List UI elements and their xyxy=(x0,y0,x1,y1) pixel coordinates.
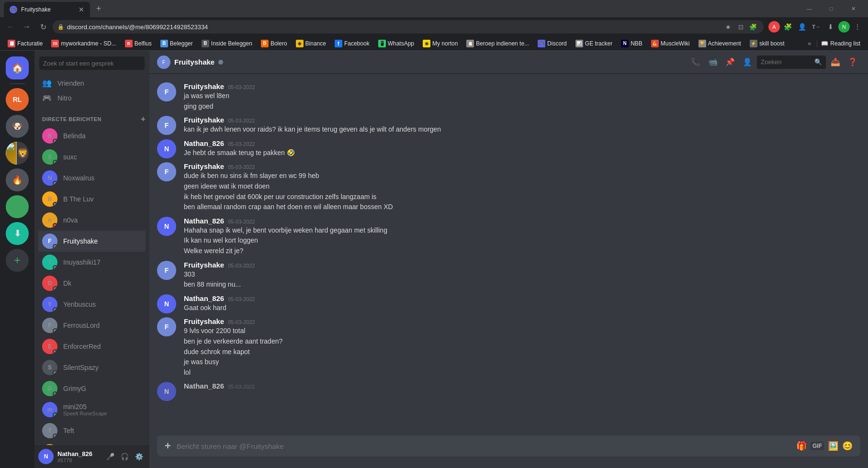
bookmark-facturatie[interactable]: 🧾 Facturatie xyxy=(4,38,46,49)
back-button[interactable]: ← xyxy=(4,20,17,33)
message-group: F Fruityshake 05-03-2022 ja was wel l8en… xyxy=(149,81,868,113)
active-tab[interactable]: 🎮 Fruityshake ✕ xyxy=(4,2,90,17)
chat-message-input[interactable] xyxy=(177,442,790,450)
server-icon-5[interactable]: ⬇ xyxy=(6,222,29,245)
bookmark-beroep[interactable]: 📋 Beroep indienen te... xyxy=(462,38,533,49)
bookmark-musclewiki[interactable]: 💪 MuscleWiki xyxy=(647,38,694,49)
message-author[interactable]: Fruityshake xyxy=(184,162,224,170)
message-author[interactable]: Nathan_826 xyxy=(184,217,224,225)
chat-search-bar[interactable]: 🔍 xyxy=(757,56,826,69)
translate-btn[interactable]: T→ xyxy=(810,20,823,33)
dm-item-ferrouslord[interactable]: F FerrousLord xyxy=(38,315,146,336)
dm-search-input[interactable] xyxy=(39,56,145,70)
avatar: n xyxy=(42,212,57,228)
sticker-button[interactable]: 🖼️ xyxy=(828,441,838,451)
extensions-icon[interactable]: 🧩 xyxy=(747,21,759,33)
dm-item-nova[interactable]: n n0va xyxy=(38,210,146,231)
gift-button[interactable]: 🎁 xyxy=(796,441,807,451)
bookmark-favicon: m xyxy=(51,40,59,47)
server-icon-3[interactable]: 🔥 xyxy=(6,168,29,191)
dm-item-enforcerred[interactable]: E EnforcerRed xyxy=(38,336,146,357)
bookmark-skillboost[interactable]: ⚡ skill boost xyxy=(746,38,789,49)
add-dm-button[interactable]: + xyxy=(141,115,146,123)
bookmark-facebook[interactable]: f Facebook xyxy=(331,38,373,49)
message-author[interactable]: Fruityshake xyxy=(184,317,224,325)
message-author[interactable]: Fruityshake xyxy=(184,261,224,269)
message-author[interactable]: Nathan_826 xyxy=(184,382,224,390)
bookmark-achievement[interactable]: 🏆 Achievement xyxy=(695,38,745,49)
dm-item-noxwalrus[interactable]: N Noxwalrus xyxy=(38,167,146,189)
bookmark-belfius[interactable]: B Belfius xyxy=(121,38,156,49)
dm-item-silentspazy[interactable]: S SilentSpazy xyxy=(38,357,146,378)
dm-item-fruityshake[interactable]: F Fruityshake xyxy=(38,231,146,252)
help-button[interactable]: ❓ xyxy=(845,55,860,70)
dm-item-belinda[interactable]: B Belinda xyxy=(38,125,146,146)
emoji-button[interactable]: 😊 xyxy=(842,441,853,451)
add-member-button[interactable]: 👤 xyxy=(740,55,755,70)
tab-close-button[interactable]: ✕ xyxy=(79,6,84,13)
message-author[interactable]: Fruityshake xyxy=(184,82,224,90)
download-btn[interactable]: ⬇ xyxy=(824,20,837,33)
message-line: dude schrok me kapot xyxy=(184,347,860,357)
deafen-button[interactable]: 🎧 xyxy=(118,450,131,463)
forward-button[interactable]: → xyxy=(20,20,34,33)
bookmark-norton[interactable]: ◉ My norton xyxy=(419,38,462,49)
bookmark-belegger[interactable]: B Belegger xyxy=(157,38,197,49)
server-icon-1[interactable]: 🐶 xyxy=(6,115,29,138)
extensions-btn[interactable]: 🧩 xyxy=(781,20,794,33)
bookmark-inside[interactable]: B Inside Beleggen xyxy=(198,38,256,49)
refresh-button[interactable]: ↻ xyxy=(36,20,50,33)
bookmark-binance[interactable]: ◆ Binance xyxy=(292,38,330,49)
video-call-button[interactable]: 📹 xyxy=(705,55,721,70)
bookmark-star-icon[interactable]: ★ xyxy=(722,21,734,33)
server-divider xyxy=(10,83,25,84)
server-icon-2[interactable]: 🦁 xyxy=(6,142,29,165)
message-author[interactable]: Nathan_826 xyxy=(184,294,224,302)
server-icon-rl[interactable]: RL xyxy=(6,88,29,111)
dm-item-teft[interactable]: T Teft xyxy=(38,420,146,441)
dm-item-suxc[interactable]: S suxc xyxy=(38,146,146,167)
dm-item-dk[interactable]: D Dk xyxy=(38,273,146,294)
settings-button[interactable]: ⚙️ xyxy=(132,450,146,463)
sidebar-item-friends[interactable]: 👥 Vrienden xyxy=(38,76,146,90)
message-author[interactable]: Fruityshake xyxy=(184,116,224,124)
phone-call-button[interactable]: 📞 xyxy=(688,55,703,70)
dm-item-yenbuscus[interactable]: Y Yenbuscus xyxy=(38,294,146,315)
message-author[interactable]: Nathan_826 xyxy=(184,139,224,147)
bookmark-whatsapp[interactable]: 📱 WhatsApp xyxy=(374,38,418,49)
close-window-button[interactable]: ✕ xyxy=(842,0,864,17)
cast-icon[interactable]: ⊡ xyxy=(735,21,746,33)
dm-item-mini205[interactable]: m mini205 Speelt RuneScape xyxy=(38,399,146,420)
bookmark-mywork[interactable]: m myworkandme - SD... xyxy=(47,38,120,49)
dm-item-btheluv[interactable]: B B The Luv xyxy=(38,189,146,210)
bookmark-nbb[interactable]: N NBB xyxy=(617,38,646,49)
pin-button[interactable]: 📌 xyxy=(722,55,738,70)
add-attachment-button[interactable]: + xyxy=(165,440,171,452)
bookmark-ge-tracker[interactable]: 📊 GE tracker xyxy=(572,38,616,49)
dm-item-inuyashiki[interactable]: I Inuyashiki17 xyxy=(38,252,146,273)
minimize-button[interactable]: — xyxy=(798,0,820,17)
address-bar[interactable]: 🔒 discord.com/channels/@me/8069922149285… xyxy=(53,20,764,33)
home-server-icon[interactable]: 🏠 xyxy=(6,56,29,79)
reading-list-label: Reading list xyxy=(830,40,860,47)
user-profile-btn[interactable]: N xyxy=(838,21,850,33)
reading-list-button[interactable]: 📖 Reading list xyxy=(817,39,864,48)
tab-favicon: 🎮 xyxy=(10,6,17,13)
bookmark-discord[interactable]: 🎮 Discord xyxy=(534,38,571,49)
profile-btn[interactable]: 👤 xyxy=(795,20,809,33)
bookmarks-more-button[interactable]: » xyxy=(805,39,814,48)
mute-button[interactable]: 🎤 xyxy=(103,450,117,463)
new-tab-button[interactable]: + xyxy=(92,2,105,15)
dm-item-grimyg[interactable]: G GrimyG xyxy=(38,378,146,399)
bookmark-bolero[interactable]: B Bolero xyxy=(257,38,291,49)
chat-search-input[interactable] xyxy=(761,58,812,66)
gif-button[interactable]: GIF xyxy=(811,442,824,450)
inbox-button[interactable]: 📥 xyxy=(828,55,843,70)
restore-button[interactable]: □ xyxy=(820,0,842,17)
dm-item-ftigaming[interactable]: f fti gaming xyxy=(38,441,146,445)
profile-icon[interactable]: A xyxy=(768,21,780,33)
more-btn[interactable]: ⋮ xyxy=(851,20,864,33)
server-icon-4[interactable] xyxy=(6,195,29,218)
sidebar-item-nitro[interactable]: 🎮 Nitro xyxy=(38,90,146,105)
add-server-button[interactable]: + xyxy=(6,249,29,272)
